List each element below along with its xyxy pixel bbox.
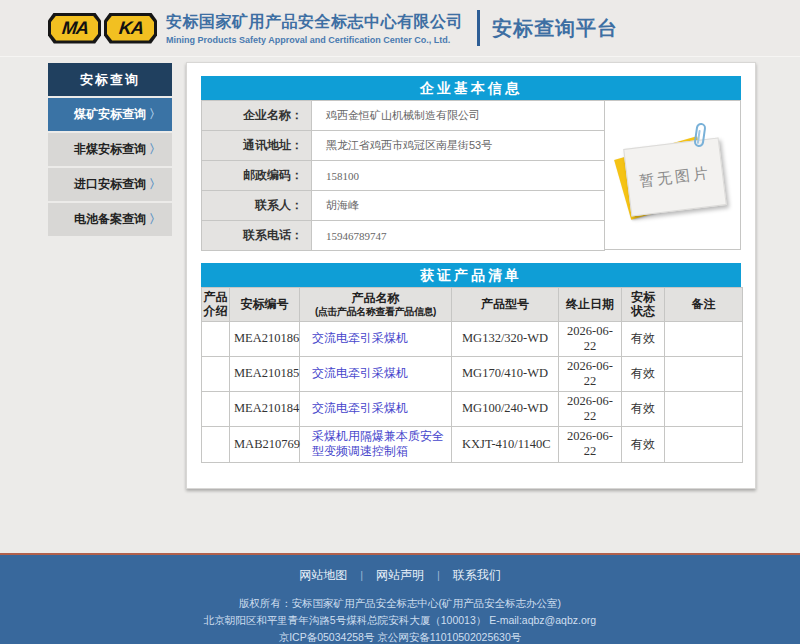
product-note-cell [665,356,743,391]
table-row: 通讯地址： 黑龙江省鸡西市鸡冠区南星街53号 [202,131,605,161]
product-status-cell: 有效 [622,356,665,391]
product-name-cell: 交流电牵引采煤机 [300,391,452,426]
sidebar-item-import-query[interactable]: 进口安标查询 〉 [48,168,172,201]
product-name-cell: 交流电牵引采煤机 [300,356,452,391]
product-intro-cell [202,426,230,462]
sidebar-title: 安标查询 [48,63,172,96]
logo-badge-ka-icon: KA [104,13,157,44]
col-header-name: 产品名称 (点击产品名称查看产品信息) [300,288,452,322]
product-name-cell: 采煤机用隔爆兼本质安全型变频调速控制箱 [300,426,452,462]
product-name-link[interactable]: 采煤机用隔爆兼本质安全型变频调速控制箱 [312,429,444,459]
table-row: 联系电话： 15946789747 [202,221,605,251]
product-enddate-cell: 2026-06-22 [559,391,622,426]
products-section-header: 获证产品清单 [201,263,741,287]
sidebar: 安标查询 煤矿安标查询 〉 非煤安标查询 〉 进口安标查询 〉 电池备案查询 〉 [48,63,172,236]
org-title-block: 安标国家矿用产品安全标志中心有限公司 Mining Products Safet… [166,12,463,45]
sidebar-item-coal-query[interactable]: 煤矿安标查询 〉 [48,98,172,131]
field-label: 邮政编码： [202,161,312,191]
footer-copyright: 版权所有：安标国家矿用产品安全标志中心(矿用产品安全标志办公室) [0,597,800,611]
logo-ma-text: MA [60,18,88,39]
page: MA KA 安标国家矿用产品安全标志中心有限公司 Mining Products… [0,0,800,644]
col-header-enddate: 终止日期 [559,288,622,322]
logo-ka-text: KA [117,18,143,39]
product-status-cell: 有效 [622,321,665,356]
chevron-right-icon: 〉 [149,168,161,201]
platform-title: 安标查询平台 [492,15,618,42]
postcode-value: 158100 [312,161,605,191]
table-row: 企业名称： 鸡西金恒矿山机械制造有限公司 [202,101,605,131]
footer-address: 北京朝阳区和平里青年沟路5号煤科总院安科大厦（100013） E-mail:aq… [0,614,800,628]
product-note-cell [665,321,743,356]
product-intro-cell [202,321,230,356]
product-enddate-cell: 2026-06-22 [559,356,622,391]
product-model-cell: KXJT-410/1140C [452,426,559,462]
table-row: MEA210186 交流电牵引采煤机 MG132/320-WD 2026-06-… [202,321,743,356]
product-enddate-cell: 2026-06-22 [559,426,622,462]
product-name-link[interactable]: 交流电牵引采煤机 [312,331,408,345]
col-header-intro: 产品 介绍 [202,288,230,322]
product-note-cell [665,426,743,462]
footer-icp: 京ICP备05034258号 京公网安备11010502025630号 [0,631,800,644]
product-enddate-cell: 2026-06-22 [559,321,622,356]
chevron-right-icon: 〉 [149,203,161,236]
site-footer: 网站地图|网站声明|联系我们 版权所有：安标国家矿用产品安全标志中心(矿用产品安… [0,553,800,644]
sidebar-item-label: 煤矿安标查询 [74,107,146,121]
col-header-model: 产品型号 [452,288,559,322]
col-header-line: 产品名称 [352,291,400,305]
header-divider [477,10,480,46]
main-area: 安标查询 煤矿安标查询 〉 非煤安标查询 〉 进口安标查询 〉 电池备案查询 〉… [0,57,800,553]
col-header-line: (点击产品名称查看产品信息) [301,306,450,318]
product-model-cell: MG132/320-WD [452,321,559,356]
table-row: MEA210184 交流电牵引采煤机 MG100/240-WD 2026-06-… [202,391,743,426]
col-header-line: 备注 [692,297,716,311]
product-code-cell: MEA210186 [230,321,300,356]
col-header-status: 安标 状态 [622,288,665,322]
product-name-link[interactable]: 交流电牵引采煤机 [312,366,408,380]
footer-separator: | [437,569,440,581]
enterprise-info-table: 企业名称： 鸡西金恒矿山机械制造有限公司 通讯地址： 黑龙江省鸡西市鸡冠区南星街… [201,100,605,251]
chevron-right-icon: 〉 [149,98,161,131]
field-label: 联系人： [202,191,312,221]
chevron-right-icon: 〉 [149,133,161,166]
address-value: 黑龙江省鸡西市鸡冠区南星街53号 [312,131,605,161]
col-header-line: 介绍 [203,304,228,318]
col-header-line: 产品 [204,290,228,304]
product-name-cell: 交流电牵引采煤机 [300,321,452,356]
sidebar-item-battery-query[interactable]: 电池备案查询 〉 [48,203,172,236]
col-header-line: 状态 [623,304,663,318]
footer-link-statement[interactable]: 网站声明 [376,568,424,582]
products-table: 产品 介绍 安标编号 产品名称 (点击产品名称查看产品信息) 产品型号 [201,287,743,463]
footer-link-contact[interactable]: 联系我们 [453,568,501,582]
col-header-line: 安标编号 [241,297,289,311]
enterprise-info-wrap: 企业名称： 鸡西金恒矿山机械制造有限公司 通讯地址： 黑龙江省鸡西市鸡冠区南星街… [201,100,741,251]
field-label: 通讯地址： [202,131,312,161]
content-card: 企业基本信息 企业名称： 鸡西金恒矿山机械制造有限公司 通讯地址： 黑龙江省鸡西… [186,62,756,489]
col-header-code: 安标编号 [230,288,300,322]
field-label: 联系电话： [202,221,312,251]
product-status-cell: 有效 [622,391,665,426]
footer-link-sitemap[interactable]: 网站地图 [299,568,347,582]
contact-phone-value: 15946789747 [312,221,605,251]
contact-name-value: 胡海峰 [312,191,605,221]
sidebar-item-noncoal-query[interactable]: 非煤安标查询 〉 [48,133,172,166]
sidebar-item-label: 进口安标查询 [74,177,146,191]
product-status-cell: 有效 [622,426,665,462]
product-image-placeholder: 暂无图片 [605,100,741,250]
product-model-cell: MG100/240-WD [452,391,559,426]
table-row: MEA210185 交流电牵引采煤机 MG170/410-WD 2026-06-… [202,356,743,391]
table-row: 邮政编码： 158100 [202,161,605,191]
no-image-text: 暂无图片 [638,163,712,191]
table-row: MAB210769 采煤机用隔爆兼本质安全型变频调速控制箱 KXJT-410/1… [202,426,743,462]
col-header-line: 产品型号 [481,297,529,311]
product-code-cell: MAB210769 [230,426,300,462]
product-intro-cell [202,356,230,391]
photo-card-front-icon: 暂无图片 [623,137,727,216]
field-label: 企业名称： [202,101,312,131]
table-row: 联系人： 胡海峰 [202,191,605,221]
product-code-cell: MEA210184 [230,391,300,426]
col-header-note: 备注 [665,288,743,322]
maka-logo[interactable]: MA KA [48,13,157,44]
org-name-cn: 安标国家矿用产品安全标志中心有限公司 [166,12,463,33]
col-header-line: 终止日期 [566,297,614,311]
product-name-link[interactable]: 交流电牵引采煤机 [312,401,408,415]
